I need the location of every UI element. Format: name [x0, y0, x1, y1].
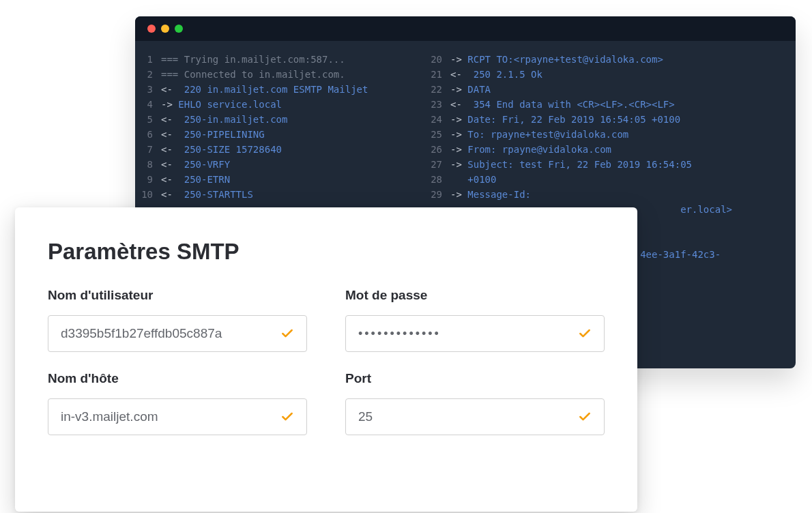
username-input[interactable]: [61, 326, 271, 341]
port-label: Port: [345, 371, 605, 386]
check-icon: [578, 327, 592, 340]
check-icon: [280, 410, 294, 424]
password-input-wrap[interactable]: •••••••••••••: [345, 315, 605, 352]
hostname-label: Nom d'hôte: [48, 371, 307, 386]
port-field-group: Port: [345, 371, 605, 435]
port-input[interactable]: [358, 409, 568, 424]
minimize-window-button[interactable]: [161, 25, 169, 33]
password-input[interactable]: •••••••••••••: [358, 327, 441, 341]
smtp-settings-card: Paramètres SMTP Nom d'utilisateur Mot de…: [15, 207, 637, 512]
username-field-group: Nom d'utilisateur: [48, 288, 307, 352]
hostname-input[interactable]: [61, 409, 271, 424]
password-field-group: Mot de passe •••••••••••••: [345, 288, 605, 352]
password-label: Mot de passe: [345, 288, 605, 303]
username-label: Nom d'utilisateur: [48, 288, 307, 303]
username-input-wrap[interactable]: [48, 315, 307, 352]
port-input-wrap[interactable]: [345, 398, 605, 435]
close-window-button[interactable]: [147, 25, 156, 33]
check-icon: [578, 410, 592, 424]
maximize-window-button[interactable]: [175, 25, 183, 33]
settings-form: Nom d'utilisateur Mot de passe •••••••••…: [48, 288, 605, 435]
settings-title: Paramètres SMTP: [48, 239, 605, 265]
hostname-input-wrap[interactable]: [48, 398, 307, 435]
window-titlebar: [135, 16, 796, 41]
hostname-field-group: Nom d'hôte: [48, 371, 307, 435]
check-icon: [280, 327, 294, 340]
